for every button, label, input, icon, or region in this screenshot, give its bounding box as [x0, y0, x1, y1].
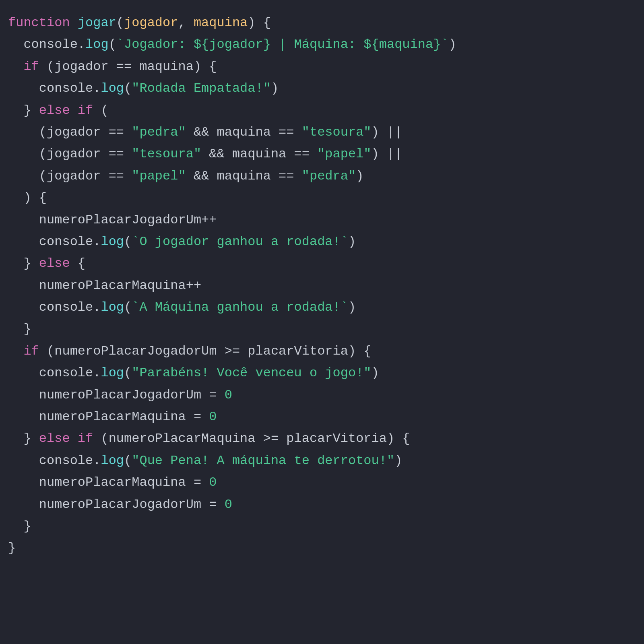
code-line-8: (jogador == "papel" && maquina == "pedra… [8, 165, 636, 187]
code-line-5: } else if ( [8, 100, 636, 122]
code-line-2: console.log(`Jogador: ${jogador} | Máqui… [8, 34, 636, 56]
code-line-15: } [8, 318, 636, 340]
code-editor: function jogar(jogador, maquina) { conso… [0, 0, 644, 644]
code-line-23: numeroPlacarJogadorUm = 0 [8, 494, 636, 516]
code-line-13: numeroPlacarMaquina++ [8, 275, 636, 297]
code-line-3: if (jogador == maquina) { [8, 56, 636, 78]
code-line-22: numeroPlacarMaquina = 0 [8, 472, 636, 493]
code-line-4: console.log("Rodada Empatada!") [8, 78, 636, 99]
code-line-17: console.log("Parabéns! Você venceu o jog… [8, 362, 636, 384]
code-line-16: if (numeroPlacarJogadorUm >= placarVitor… [8, 341, 636, 362]
code-line-21: console.log("Que Pena! A máquina te derr… [8, 450, 636, 472]
code-line-19: numeroPlacarMaquina = 0 [8, 406, 636, 428]
code-line-10: numeroPlacarJogadorUm++ [8, 209, 636, 231]
code-line-14: console.log(`A Máquina ganhou a rodada!`… [8, 297, 636, 318]
code-line-18: numeroPlacarJogadorUm = 0 [8, 384, 636, 406]
code-line-7: (jogador == "tesoura" && maquina == "pap… [8, 143, 636, 165]
code-line-20: } else if (numeroPlacarMaquina >= placar… [8, 428, 636, 450]
code-line-25: } [8, 537, 636, 559]
code-line-9: ) { [8, 187, 636, 209]
code-line-11: console.log(`O jogador ganhou a rodada!`… [8, 231, 636, 253]
code-line-24: } [8, 516, 636, 537]
code-line-1: function jogar(jogador, maquina) { [8, 12, 636, 34]
code-line-12: } else { [8, 253, 636, 275]
code-line-6: (jogador == "pedra" && maquina == "tesou… [8, 122, 636, 143]
